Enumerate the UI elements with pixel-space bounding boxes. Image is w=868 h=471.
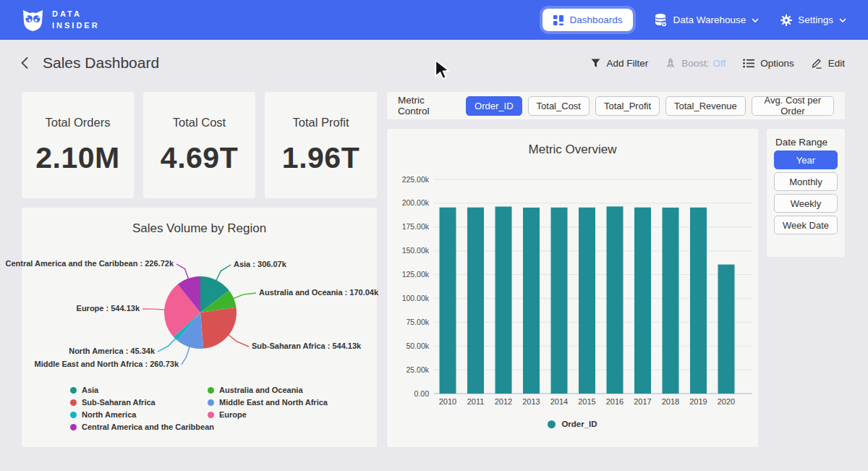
legend-dot bbox=[208, 412, 214, 418]
pie-legend-item-central-america-and-the-caribbean: Central America and the Caribbean bbox=[70, 423, 214, 431]
legend-label: Central America and the Caribbean bbox=[82, 423, 214, 431]
x-tick-label: 2013 bbox=[522, 397, 540, 406]
bar-2013 bbox=[523, 208, 540, 394]
back-button[interactable] bbox=[20, 56, 29, 69]
x-tick-label: 2012 bbox=[495, 397, 512, 406]
date-option-monthly[interactable]: Monthly bbox=[774, 172, 838, 191]
date-option-week-date[interactable]: Week Date bbox=[774, 216, 838, 234]
pie-legend-item-sub-saharan-africa: Sub-Saharan Africa bbox=[70, 398, 156, 407]
legend-label: Order_ID bbox=[561, 420, 597, 428]
nav-menu: Dashboards Data Warehouse bbox=[542, 9, 846, 31]
dashboards-icon bbox=[553, 15, 563, 25]
x-tick-label: 2014 bbox=[550, 397, 568, 406]
pie-legend-item-australia-and-oceania: Australia and Oceania bbox=[208, 386, 303, 394]
page-title: Sales Dashboard bbox=[43, 54, 159, 72]
chevron-down-icon bbox=[752, 18, 759, 22]
metric-control-buttons: Order_IDTotal_CostTotal_ProfitTotal_Reve… bbox=[466, 96, 834, 116]
mouse-cursor bbox=[434, 59, 450, 80]
date-option-year[interactable]: Year bbox=[774, 150, 838, 169]
bar-2019 bbox=[690, 208, 707, 394]
dashboards-button[interactable]: Dashboards bbox=[542, 9, 634, 31]
metric-control-bar: Metric Control Order_IDTotal_CostTotal_P… bbox=[387, 92, 845, 119]
y-tick-label: 25.00k bbox=[406, 365, 429, 374]
pie-leader-line bbox=[232, 293, 256, 299]
kpi-value: 4.69T bbox=[143, 141, 255, 175]
pie-callout-europe: Europe : 544.13k bbox=[77, 304, 140, 313]
pie-leader-line bbox=[216, 265, 231, 281]
y-tick-label: 225.00k bbox=[402, 175, 430, 184]
metric-option-avg-cost-per-order[interactable]: Avg. Cost per Order bbox=[752, 96, 834, 116]
pie-chart-card: Sales Volume by Region Asia : 306.07kAus… bbox=[22, 208, 377, 447]
bar-chart-legend: Order_ID bbox=[387, 420, 758, 428]
kpi-total-profit: Total Profit 1.96T bbox=[265, 92, 377, 198]
kpi-label: Total Profit bbox=[265, 116, 377, 130]
add-filter-button[interactable]: Add Filter bbox=[591, 58, 648, 69]
y-tick-label: 125.00k bbox=[402, 270, 430, 279]
pie-legend-item-europe: Europe bbox=[208, 410, 247, 419]
filter-icon bbox=[591, 59, 600, 68]
settings-menu[interactable]: Settings bbox=[780, 14, 846, 26]
pie-callout-australia-and-oceania: Australia and Oceania : 170.04k bbox=[259, 288, 378, 297]
pie-callout-north-america: North America : 45.34k bbox=[69, 347, 155, 355]
kpi-total-cost: Total Cost 4.69T bbox=[143, 92, 255, 198]
database-icon bbox=[655, 14, 667, 27]
data-warehouse-menu[interactable]: Data Warehouse bbox=[655, 14, 759, 27]
date-range-buttons: YearMonthlyWeeklyWeek Date bbox=[774, 150, 838, 234]
legend-dot bbox=[208, 387, 214, 394]
x-tick-label: 2015 bbox=[578, 397, 595, 406]
pie-leader-line bbox=[182, 346, 190, 365]
bar-2014 bbox=[551, 208, 568, 394]
kpi-value: 2.10M bbox=[22, 141, 134, 175]
legend-dot bbox=[548, 420, 556, 428]
bar-2016 bbox=[607, 206, 624, 394]
x-tick-label: 2018 bbox=[662, 397, 679, 406]
gear-icon bbox=[780, 14, 792, 26]
bar-chart-card: Metric Overview 0.0025.00k50.00k75.00k10… bbox=[387, 129, 758, 447]
pie-leader-line bbox=[228, 334, 249, 347]
x-tick-label: 2011 bbox=[467, 397, 485, 406]
edit-button[interactable]: Edit bbox=[812, 58, 845, 69]
options-button[interactable]: Options bbox=[743, 58, 794, 69]
bar-2015 bbox=[579, 208, 595, 394]
legend-dot bbox=[208, 399, 214, 406]
legend-label: Europe bbox=[219, 410, 247, 419]
metric-option-order-id[interactable]: Order_ID bbox=[466, 96, 522, 116]
boost-toggle[interactable]: Boost: Off bbox=[665, 58, 726, 69]
metric-option-total-revenue[interactable]: Total_Revenue bbox=[665, 96, 746, 116]
pie-callout-sub-saharan-africa: Sub-Saharan Africa : 544.13k bbox=[252, 341, 361, 350]
pie-slice-sub-saharan-africa bbox=[200, 307, 237, 349]
y-tick-label: 75.00k bbox=[406, 318, 429, 326]
legend-label: North America bbox=[82, 410, 136, 419]
y-tick-label: 200.00k bbox=[402, 198, 430, 207]
x-tick-label: 2016 bbox=[606, 397, 624, 406]
bar-2017 bbox=[634, 208, 651, 394]
x-tick-label: 2017 bbox=[634, 397, 651, 406]
date-range-panel: Date Range YearMonthlyWeeklyWeek Date bbox=[767, 129, 845, 257]
bar-2020 bbox=[718, 265, 735, 394]
legend-label: Middle East and North Africa bbox=[219, 398, 328, 407]
legend-label: Asia bbox=[82, 386, 98, 394]
date-range-label: Date Range bbox=[775, 137, 845, 148]
date-option-weekly[interactable]: Weekly bbox=[774, 194, 838, 213]
x-tick-label: 2019 bbox=[689, 397, 707, 406]
y-tick-label: 0.00 bbox=[414, 389, 430, 398]
kpi-value: 1.96T bbox=[265, 141, 377, 175]
bar-chart-svg: 0.0025.00k50.00k75.00k100.00k125.00k150.… bbox=[387, 129, 758, 447]
x-tick-label: 2010 bbox=[439, 397, 456, 406]
metric-option-total-cost[interactable]: Total_Cost bbox=[528, 96, 590, 116]
legend-dot bbox=[70, 412, 77, 418]
kpi-total-orders: Total Orders 2.10M bbox=[22, 92, 134, 198]
pie-legend-item-middle-east-and-north-africa: Middle East and North Africa bbox=[208, 398, 328, 407]
y-tick-label: 100.00k bbox=[402, 294, 430, 302]
header-toolbar: Add Filter Boost: Off bbox=[591, 58, 845, 69]
metric-option-total-profit[interactable]: Total_Profit bbox=[595, 96, 660, 116]
bar-2010 bbox=[440, 208, 456, 394]
legend-dot bbox=[70, 387, 77, 394]
kpi-label: Total Cost bbox=[143, 116, 255, 130]
owl-logo-icon bbox=[22, 8, 44, 32]
chevron-left-icon bbox=[20, 56, 29, 69]
brand-text: DATA INSIDER bbox=[52, 9, 100, 32]
pie-legend-item-north-america: North America bbox=[70, 410, 136, 419]
chevron-down-icon bbox=[839, 18, 846, 22]
legend-dot bbox=[70, 399, 77, 406]
